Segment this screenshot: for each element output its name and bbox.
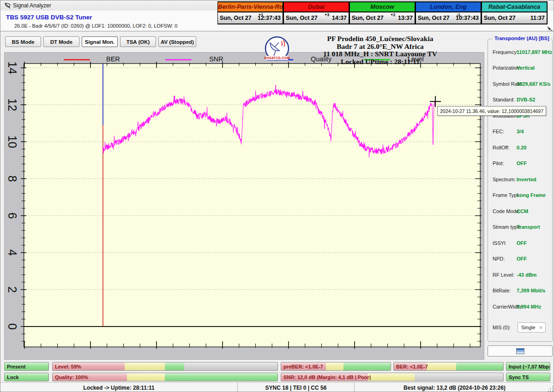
mis-dropdown[interactable]: Single ∨ xyxy=(518,322,546,333)
snr-plot-area[interactable]: 02468101214 xyxy=(24,63,481,347)
header-divider xyxy=(0,31,554,31)
transponder-row-value: Transport xyxy=(517,224,540,230)
clock-city-label: Rabat-Casablanca xyxy=(482,2,547,12)
transponder-row-label: Code Mode: xyxy=(493,208,520,214)
clock-date: Sun, Oct 27 xyxy=(484,15,516,21)
site-header-line1: PF Prodelin 450_Lučenec/Slovakia xyxy=(277,35,483,43)
svg-text:4: 4 xyxy=(6,249,19,256)
av-button[interactable]: AV (Stopped) xyxy=(158,36,196,47)
window-title: Signal Analyzer xyxy=(13,2,51,9)
status-bar: Locked -> Uptime: 28:11:11 SYNC 18 | TEI… xyxy=(0,382,554,392)
present-label: Present xyxy=(5,364,25,369)
snr-label: SNR: 12,0 dB (Margin: 4,1 dB | Poor) xyxy=(281,374,371,380)
transponder-row-value: 7,399 Mbit/s xyxy=(517,288,545,293)
svg-text:14: 14 xyxy=(6,61,19,74)
dt-mode-button[interactable]: DT Mode xyxy=(43,36,79,47)
legend-ber-label: BER xyxy=(106,55,120,63)
chevron-down-icon: ∨ xyxy=(539,325,542,330)
app-dish-icon xyxy=(4,2,12,9)
preber-label: preBER: <1.0E-7 xyxy=(281,364,323,369)
clock-city-label: Dubai xyxy=(284,2,349,12)
transponder-row-value: 11017,897 MHz xyxy=(517,49,552,55)
signal-analyzer-window: Signal Analyzer Berlin-Paris-Vienna-Roma… xyxy=(0,0,554,392)
svg-text:6: 6 xyxy=(6,213,19,219)
tuner-name: TBS 5927 USB DVB-S2 Tuner xyxy=(6,14,92,21)
resize-grip[interactable] xyxy=(548,385,554,392)
transponder-row-value: OFF xyxy=(517,256,527,261)
clock-time: 11:37 xyxy=(530,15,545,21)
transponder-title: Transponder (AU) [BS] xyxy=(493,36,551,41)
transponder-row-value: Vertical xyxy=(517,65,535,71)
site-header-line4: Locked UPtime : 28:11:11 xyxy=(277,58,483,66)
tsa-button[interactable]: TSA (OK) xyxy=(120,36,156,47)
mis-label: MIS (0): xyxy=(493,325,511,330)
clock-date: Sun, Oct 27 xyxy=(352,15,384,21)
sync-ts-indicator: Sync TS xyxy=(506,373,550,381)
transponder-row-label: RF Level: xyxy=(493,272,514,278)
snr-plot-svg: 02468101214 xyxy=(24,63,481,347)
svg-text:2: 2 xyxy=(6,286,19,293)
transponder-row-value: Long Frame xyxy=(517,192,546,198)
clock-city-label: Berlin-Paris-Vienna-Roma xyxy=(218,2,283,12)
transponder-row-value: OFF xyxy=(517,160,527,166)
transponder-row-label: Frequency: xyxy=(493,49,518,55)
transponder-row-label: ISSYI xyxy=(493,240,506,246)
clock-time: 13:37 xyxy=(398,15,413,21)
svg-text:12: 12 xyxy=(6,98,19,111)
mis-selected-value: Single xyxy=(521,325,536,330)
lock-indicator: Lock xyxy=(4,373,49,381)
legend-snr-line xyxy=(165,59,192,60)
site-header: PF Prodelin 450_Lučenec/Slovakia Badr 7 … xyxy=(277,35,483,65)
legend-ber-line xyxy=(64,59,90,60)
clock-time: 10:37:43 xyxy=(456,15,479,21)
clock-berlin: Berlin-Paris-Vienna-Roma Sun, Oct 27+112… xyxy=(217,1,283,24)
site-header-line2: Badr 7 at 26.0°E_NW Africa xyxy=(277,43,483,51)
clock-city-label: London, Eng xyxy=(416,2,481,12)
clock-moscow: Moscow Sun, Oct 27+213:37 xyxy=(349,1,416,24)
lock-label: Lock xyxy=(5,374,19,380)
transponder-row-value: OFF xyxy=(517,240,527,246)
site-header-line3: 11 018 MHz_H : SNRT Laayoune TV xyxy=(277,50,483,58)
transponder-row-value: DVB-S2 xyxy=(517,97,535,102)
legend-snr-label: SNR xyxy=(209,55,223,63)
panel-tool-button[interactable] xyxy=(488,345,553,356)
transponder-row-label: Standard: xyxy=(493,97,515,102)
ber-label: BER: <1.0E-7 xyxy=(394,364,428,369)
transponder-row-value: -43 dBm xyxy=(517,272,536,278)
input-label: Input (~7,07 Mbps) xyxy=(506,364,550,369)
svg-text:10: 10 xyxy=(6,135,19,148)
clock-time: 14:37 xyxy=(332,15,347,21)
level-label: Level: 59% xyxy=(53,364,81,369)
transponder-row-label: RollOff: xyxy=(493,145,509,150)
preber-gauge: preBER: <1.0E-7 xyxy=(281,362,391,371)
clock-date: Sun, Oct 27 xyxy=(220,15,252,21)
clock-time: 12:37:43 xyxy=(258,15,281,21)
signal-mon-tab-button[interactable]: Signal Mon. xyxy=(82,36,118,47)
clock-city-label: Moscow xyxy=(350,2,415,12)
logo-text: DXSATCS.COM xyxy=(265,56,290,60)
quality-label: Quality: 100% xyxy=(53,374,88,380)
present-indicator: Present xyxy=(4,362,49,371)
transponder-row-label: FEC: xyxy=(493,129,504,134)
clock-date: Sun, Oct 27 xyxy=(418,15,450,21)
transponder-row-value: 0.20 xyxy=(517,145,526,150)
bs-mode-button[interactable]: BS Mode xyxy=(5,36,41,47)
clock-date: Sun, Oct 27 xyxy=(286,15,318,21)
transponder-row-value: 3,994 MHz xyxy=(517,304,541,309)
input-indicator: Input (~7,07 Mbps) xyxy=(506,362,550,371)
svg-text:0: 0 xyxy=(6,323,19,330)
ber-gauge: BER: <1.0E-7 xyxy=(393,362,504,371)
svg-text:8: 8 xyxy=(6,175,19,182)
clock-rabat: Rabat-Casablanca Sun, Oct 2711:37 xyxy=(482,1,548,24)
cursor-tooltip: 2024-10-27 11.36.46, value: 12,100000381… xyxy=(437,106,546,116)
transponder-row-value: CCM xyxy=(517,208,528,214)
transponder-row-value: Inverted xyxy=(517,177,536,182)
tuner-details: 26.0E - Badr 4/5/6/7 (ID: 0260) @ LOF1: … xyxy=(14,23,177,29)
clock-dubai: Dubai Sun, Oct 27+314:37 xyxy=(283,1,349,24)
transponder-row-label: Pilot: xyxy=(493,160,504,166)
status-sync: SYNC 18 | TEI 0 | CC 56 xyxy=(237,383,354,392)
dxsatcs-logo: DXSATCS.COM xyxy=(264,36,290,62)
transponder-row-value: 3329,687 KS/s xyxy=(517,81,550,87)
sync-ts-label: Sync TS xyxy=(506,374,529,380)
transponder-row-label: NPD: xyxy=(493,256,505,261)
